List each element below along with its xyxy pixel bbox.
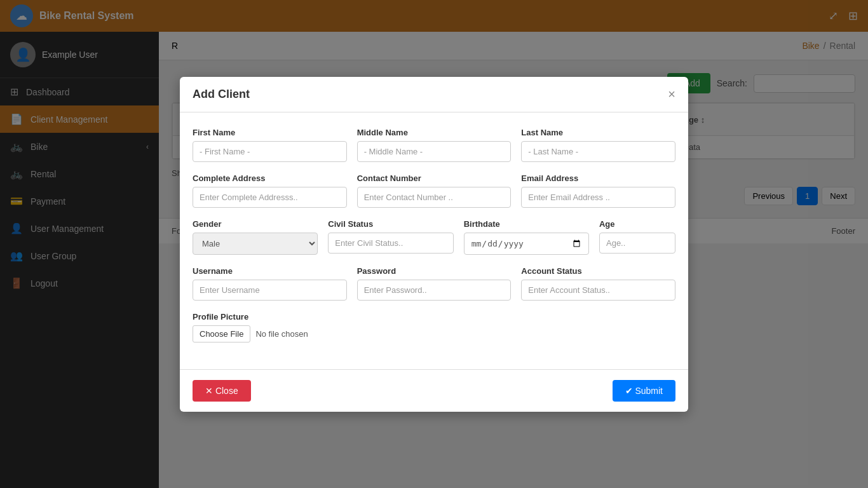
first-name-input[interactable] [193,141,347,162]
age-label: Age [599,219,675,229]
email-address-label: Email Address [521,173,675,183]
civil-status-label: Civil Status [328,219,453,229]
last-name-label: Last Name [521,128,675,137]
username-label: Username [193,266,347,276]
no-file-text: No file chosen [255,329,308,339]
contact-number-label: Contact Number [357,173,512,183]
account-status-label: Account Status [521,266,675,276]
modal-title: Add Client [193,88,250,101]
submit-button[interactable]: ✔ Submit [613,380,675,402]
complete-address-label: Complete Address [193,173,347,183]
choose-file-button[interactable]: Choose File [193,325,250,342]
birthdate-label: Birthdate [464,219,589,229]
age-input[interactable] [599,233,675,254]
middle-name-input[interactable] [357,141,512,162]
complete-address-input[interactable] [193,187,347,208]
gender-label: Gender [193,219,318,229]
contact-number-input[interactable] [357,187,512,208]
account-status-input[interactable] [521,280,675,301]
modal-overlay: Add Client × First Name Middle Name Last… [0,0,868,488]
add-client-modal: Add Client × First Name Middle Name Last… [180,77,688,412]
first-name-label: First Name [193,128,347,137]
gender-select[interactable]: Male Female Other [193,233,318,255]
password-label: Password [357,266,512,276]
middle-name-label: Middle Name [357,128,512,137]
profile-picture-label: Profile Picture [193,312,675,322]
last-name-input[interactable] [521,141,675,162]
close-modal-button[interactable]: ✕ Close [193,380,251,402]
username-input[interactable] [193,280,347,301]
modal-close-button[interactable]: × [668,87,675,102]
password-input[interactable] [357,280,512,301]
birthdate-input[interactable] [464,233,589,255]
civil-status-input[interactable] [328,233,453,254]
email-address-input[interactable] [521,187,675,208]
